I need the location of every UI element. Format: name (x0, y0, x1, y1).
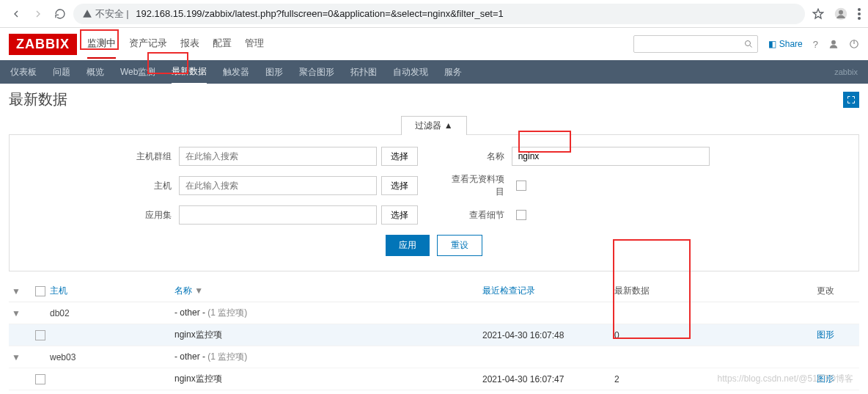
label-host-group: 主机群组 (128, 150, 172, 163)
profile-icon[interactable] (834, 7, 847, 21)
svg-point-4 (858, 17, 861, 20)
item-name: nginx监控项 (174, 329, 482, 341)
table-row: nginx监控项 2021-04-30 16:07:48 0 图形 (9, 324, 859, 346)
collapse-all-icon[interactable]: ▼ (12, 286, 31, 296)
table-group-row: ▼ web03 - other - (1 监控项) (9, 346, 859, 368)
browser-bar: 不安全 | 192.168.15.199/zabbix/latest.php?f… (0, 0, 868, 28)
page-title-row: 最新数据 (0, 84, 868, 115)
logout-icon[interactable] (849, 39, 859, 49)
filter-tab-row: 过滤器 ▲ (9, 115, 859, 135)
fullscreen-button[interactable] (843, 92, 859, 108)
graph-link[interactable]: 图形 (817, 329, 834, 340)
th-host[interactable]: 主机 (50, 285, 174, 297)
svg-point-5 (746, 41, 751, 46)
subnav-overview[interactable]: 概览 (87, 66, 104, 79)
url-bar[interactable]: 不安全 | 192.168.15.199/zabbix/latest.php?f… (73, 4, 805, 24)
logo[interactable]: ZABBIX (9, 34, 77, 55)
top-tab-inventory[interactable]: 资产记录 (129, 29, 167, 59)
subnav-screens[interactable]: 聚合图形 (299, 66, 334, 79)
svg-point-6 (831, 40, 836, 45)
item-latest: 0 (614, 330, 746, 340)
sub-nav: 仪表板 问题 概览 Web监测 最新数据 触发器 图形 聚合图形 拓扑图 自动发… (0, 60, 868, 84)
subnav-graphs[interactable]: 图形 (265, 66, 283, 79)
group-label: - other - (174, 351, 205, 362)
star-icon[interactable] (812, 8, 824, 20)
page-title: 最新数据 (9, 90, 67, 109)
svg-point-2 (858, 8, 861, 11)
group-count: (1 监控项) (207, 307, 247, 318)
item-last-check: 2021-04-30 16:07:47 (482, 374, 614, 384)
subnav-services[interactable]: 服务 (444, 66, 462, 79)
collapse-icon[interactable]: ▼ (12, 308, 31, 318)
subnav-discovery[interactable]: 自动发现 (393, 66, 428, 79)
label-name: 名称 (446, 150, 504, 163)
subnav-dashboard[interactable]: 仪表板 (10, 66, 37, 79)
select-app[interactable]: 选择 (381, 205, 418, 225)
reload-icon[interactable] (51, 5, 69, 23)
checkbox-all[interactable] (35, 286, 45, 296)
global-search[interactable] (633, 35, 758, 53)
subnav-latest[interactable]: 最新数据 (172, 65, 207, 84)
back-icon[interactable] (7, 5, 25, 23)
th-name[interactable]: 名称 (174, 285, 192, 296)
subnav-triggers[interactable]: 触发器 (223, 66, 249, 79)
row-checkbox[interactable] (35, 374, 45, 384)
svg-point-3 (858, 12, 861, 15)
label-app: 应用集 (128, 209, 172, 222)
apply-button[interactable]: 应用 (386, 235, 430, 256)
checkbox-no-data[interactable] (516, 180, 526, 191)
input-host-group[interactable] (179, 147, 377, 166)
filter-body: 主机群组 选择 名称 主机 选择 查看无资料项目 应用集 选择 查看细节 (9, 135, 859, 271)
group-host: web03 (50, 352, 174, 362)
subnav-web[interactable]: Web监测 (120, 66, 155, 79)
forward-icon[interactable] (29, 5, 47, 23)
subnav-right: zabbix (834, 68, 858, 76)
label-no-data: 查看无资料项目 (446, 173, 504, 198)
help-icon[interactable]: ? (813, 39, 818, 50)
subnav-problems[interactable]: 问题 (53, 66, 70, 79)
item-name: nginx监控项 (174, 373, 482, 385)
select-host-group[interactable]: 选择 (381, 147, 418, 166)
svg-point-1 (839, 10, 843, 14)
menu-icon[interactable] (858, 8, 861, 20)
table-group-row: ▼ db02 - other - (1 监控项) (9, 302, 859, 324)
group-host: db02 (50, 308, 174, 318)
input-app[interactable] (179, 205, 377, 225)
share-link[interactable]: ◧ Share (768, 39, 802, 49)
input-name[interactable] (512, 147, 710, 166)
top-tab-admin[interactable]: 管理 (245, 29, 264, 59)
checkbox-detail[interactable] (516, 210, 526, 220)
url-text: 192.168.15.199/zabbix/latest.php?fullscr… (136, 8, 504, 19)
top-tab-config[interactable]: 配置 (213, 29, 232, 59)
user-icon[interactable] (828, 39, 839, 49)
row-checkbox[interactable] (35, 330, 45, 340)
watermark: https://blog.csdn.net/@51CTO博客 (718, 373, 853, 385)
select-host[interactable]: 选择 (381, 176, 418, 195)
reset-button[interactable]: 重设 (437, 235, 482, 256)
item-last-check: 2021-04-30 16:07:48 (482, 330, 614, 340)
top-tab-reports[interactable]: 报表 (180, 29, 199, 59)
top-header: ZABBIX 监测中 资产记录 报表 配置 管理 ◧ Share ? (0, 28, 868, 60)
label-host: 主机 (128, 180, 172, 192)
collapse-icon[interactable]: ▼ (12, 352, 31, 362)
subnav-maps[interactable]: 拓扑图 (350, 66, 377, 79)
filter-tab[interactable]: 过滤器 ▲ (401, 116, 466, 135)
th-last-check[interactable]: 最近检查记录 (482, 285, 614, 297)
group-label: - other - (174, 307, 205, 318)
th-latest: 最新数据 (614, 285, 746, 297)
input-host[interactable] (179, 176, 377, 195)
table-header: ▼ 主机 名称 ▼ 最近检查记录 最新数据 更改 (9, 280, 859, 302)
top-tab-monitoring[interactable]: 监测中 (87, 29, 116, 59)
th-change: 更改 (746, 285, 834, 297)
insecure-label: 不安全 (95, 7, 124, 21)
group-count: (1 监控项) (207, 351, 247, 362)
label-detail: 查看细节 (446, 209, 504, 222)
insecure-warning: 不安全 | (82, 7, 131, 21)
